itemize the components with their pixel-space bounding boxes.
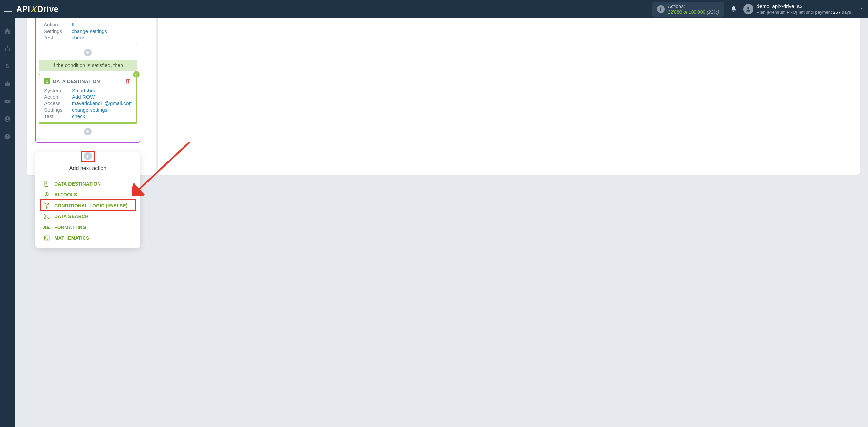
actions-of: of <box>683 9 687 15</box>
logo[interactable]: APIXDrive <box>16 4 59 14</box>
user-name: demo_apix-drive_s3 <box>757 3 851 10</box>
user-menu[interactable]: demo_apix-drive_s3 Plan |Premium PRO| le… <box>743 3 864 15</box>
svg-point-0 <box>747 7 749 9</box>
notifications-icon[interactable] <box>730 6 737 13</box>
actions-total: 100'000 <box>689 9 705 15</box>
menu-toggle[interactable] <box>4 5 12 13</box>
logo-x: X <box>31 4 37 14</box>
chevron-down-icon <box>859 6 864 12</box>
avatar-icon <box>743 4 753 14</box>
actions-counter[interactable]: i Actions: 22'060 of 100'000 (22%) <box>652 2 724 17</box>
actions-label: Actions: <box>668 4 719 9</box>
actions-pct: (22%) <box>707 9 719 15</box>
info-icon: i <box>657 5 665 13</box>
topbar: APIXDrive i Actions: 22'060 of 100'000 (… <box>0 0 868 18</box>
user-plan: Plan |Premium PRO| left until payment 25… <box>757 9 851 15</box>
actions-used: 22'060 <box>668 9 682 15</box>
logo-drive: Drive <box>37 4 59 14</box>
logo-api: API <box>16 4 31 14</box>
